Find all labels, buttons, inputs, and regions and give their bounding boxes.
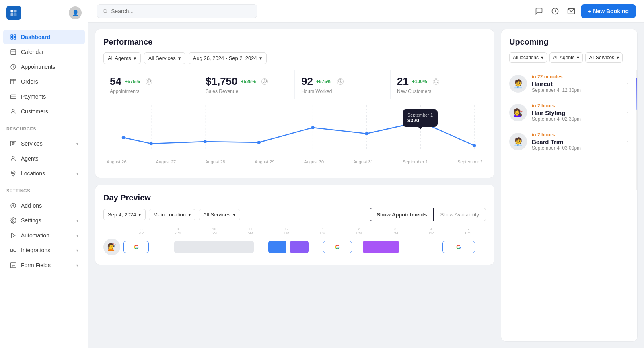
sidebar-item-label: Customers bbox=[21, 108, 48, 115]
sidebar: 👤 Dashboard Calendar Appointments Orders bbox=[0, 0, 88, 348]
arrow-right-icon: → bbox=[623, 138, 629, 145]
services-filter-upcoming[interactable]: All Services ▾ bbox=[585, 52, 623, 63]
svg-point-49 bbox=[149, 142, 153, 145]
dashboard-icon bbox=[10, 33, 17, 41]
sidebar-item-locations[interactable]: Locations ▾ bbox=[3, 166, 85, 181]
chevron-down-icon: ▾ bbox=[134, 55, 136, 61]
info-icon[interactable]: ⓘ bbox=[146, 78, 152, 85]
arrow-right-icon: → bbox=[623, 109, 629, 116]
upcoming-appointment-1[interactable]: 🧑‍💼 in 22 minutes Haircut September 4, 1… bbox=[509, 69, 629, 98]
upcoming-title: Upcoming bbox=[509, 37, 629, 47]
appointment-block-blue[interactable] bbox=[268, 241, 286, 253]
scrollbar-thumb[interactable] bbox=[636, 78, 637, 110]
day-preview-card: Day Preview Sep 4, 2024 ▾ Main Location … bbox=[95, 185, 494, 265]
sidebar-item-payments[interactable]: Payments bbox=[3, 89, 85, 104]
svg-point-51 bbox=[257, 141, 261, 144]
clock-icon[interactable] bbox=[550, 6, 560, 16]
locations-filter[interactable]: All locations ▾ bbox=[509, 52, 547, 63]
appointment-avatar: 🧑‍💼 bbox=[509, 75, 527, 93]
appointment-block-blocked bbox=[174, 241, 254, 253]
appointment-avatar: 💇‍♀️ bbox=[509, 104, 527, 121]
appointment-name: Hair Styling bbox=[532, 109, 618, 116]
new-booking-button[interactable]: + New Booking bbox=[581, 4, 636, 18]
date-filter[interactable]: Aug 26, 2024 - Sep 2, 2024 ▾ bbox=[189, 52, 267, 64]
stats-row: 54 +575% ⓘ Appointments $1,750 +525% ⓘ S… bbox=[103, 70, 486, 99]
chevron-down-icon: ▾ bbox=[617, 55, 619, 60]
appointment-block-google2[interactable] bbox=[323, 241, 352, 253]
svg-rect-7 bbox=[14, 37, 16, 39]
chevron-down-icon: ▾ bbox=[233, 212, 236, 218]
agents-filter-upcoming[interactable]: All Agents ▾ bbox=[549, 52, 583, 63]
appointment-name: Haircut bbox=[532, 80, 618, 87]
location-select[interactable]: Main Location ▾ bbox=[149, 209, 195, 220]
sidebar-item-agents[interactable]: Agents bbox=[3, 151, 85, 166]
addons-icon bbox=[10, 202, 17, 209]
svg-rect-8 bbox=[11, 50, 16, 55]
scrollbar-track bbox=[636, 70, 637, 190]
performance-chart: September 1 $320 bbox=[103, 105, 486, 170]
sidebar-item-appointments[interactable]: Appointments bbox=[3, 60, 85, 74]
form-fields-icon bbox=[10, 262, 17, 269]
date-select[interactable]: Sep 4, 2024 ▾ bbox=[103, 209, 146, 220]
svg-point-55 bbox=[473, 144, 476, 147]
chevron-down-icon: ▾ bbox=[178, 55, 181, 61]
svg-rect-0 bbox=[11, 10, 14, 13]
info-icon[interactable]: ⓘ bbox=[337, 78, 344, 85]
sidebar-item-integrations[interactable]: Integrations ▾ bbox=[3, 243, 85, 257]
automation-icon bbox=[10, 232, 17, 239]
chevron-down-icon: ▾ bbox=[259, 55, 262, 61]
timeline: 8AM 9AM 10AM 11AM 12PM 1PM 2PM 3PM 4PM 5… bbox=[103, 227, 486, 257]
stat-hours: 92 +575% ⓘ Hours Worked bbox=[295, 70, 391, 99]
user-avatar[interactable]: 👤 bbox=[69, 6, 82, 19]
agents-filter[interactable]: All Agents ▾ bbox=[103, 52, 141, 64]
appointment-block-google3[interactable] bbox=[442, 241, 475, 253]
sidebar-item-dashboard[interactable]: Dashboard bbox=[3, 30, 85, 44]
sidebar-item-settings[interactable]: Settings ▾ bbox=[3, 213, 85, 228]
chevron-down-icon: ▾ bbox=[76, 263, 78, 268]
info-icon[interactable]: ⓘ bbox=[433, 78, 439, 85]
show-availability-button[interactable]: Show Availability bbox=[434, 208, 486, 221]
stat-customers: 21 +100% ⓘ New Customers bbox=[391, 70, 486, 99]
appointment-block-purple[interactable] bbox=[290, 241, 308, 253]
sidebar-item-addons[interactable]: Add-ons bbox=[3, 198, 85, 213]
sidebar-item-customers[interactable]: Customers bbox=[3, 104, 85, 119]
settings-section-label: SETTINGS bbox=[0, 184, 88, 195]
timeline-row: 💇 bbox=[103, 237, 486, 257]
svg-point-48 bbox=[122, 136, 126, 139]
svg-point-53 bbox=[365, 132, 368, 135]
svg-point-23 bbox=[12, 156, 14, 159]
main-area: + New Booking Performance All Agents ▾ A… bbox=[88, 0, 644, 348]
info-icon[interactable]: ⓘ bbox=[261, 78, 268, 85]
resources-nav: Services ▾ Agents Locations ▾ bbox=[0, 133, 88, 184]
sidebar-item-orders[interactable]: Orders bbox=[3, 74, 85, 89]
mail-icon[interactable] bbox=[566, 6, 576, 16]
main-nav: Dashboard Calendar Appointments Orders P… bbox=[0, 26, 88, 122]
integrations-icon bbox=[10, 247, 17, 254]
services-select[interactable]: All Services ▾ bbox=[199, 209, 240, 220]
svg-rect-31 bbox=[14, 249, 16, 252]
messages-icon[interactable] bbox=[534, 6, 544, 16]
services-filter[interactable]: All Services ▾ bbox=[144, 52, 185, 64]
upcoming-appointment-2[interactable]: 💇‍♀️ in 2 hours Hair Styling September 4… bbox=[509, 98, 629, 127]
chart-x-labels: August 26 August 27 August 28 August 29 … bbox=[103, 159, 486, 164]
chevron-down-icon: ▾ bbox=[76, 233, 78, 238]
show-appointments-button[interactable]: Show Appointments bbox=[370, 208, 434, 221]
appointment-block-purple2[interactable] bbox=[363, 241, 399, 253]
sidebar-item-calendar[interactable]: Calendar bbox=[3, 45, 85, 59]
sidebar-item-label: Services bbox=[21, 140, 43, 147]
sidebar-item-automation[interactable]: Automation ▾ bbox=[3, 228, 85, 243]
search-input[interactable] bbox=[111, 8, 251, 14]
payments-icon bbox=[10, 93, 17, 100]
resources-section-label: RESOURCES bbox=[0, 122, 88, 133]
chevron-down-icon: ▾ bbox=[541, 55, 543, 60]
sidebar-item-form-fields[interactable]: Form Fields ▾ bbox=[3, 258, 85, 272]
upcoming-appointment-3[interactable]: 🧑‍💼 in 2 hours Beard Trim September 4, 0… bbox=[509, 127, 629, 156]
appointment-info: in 2 hours Beard Trim September 4, 03:00… bbox=[532, 132, 618, 151]
search-icon bbox=[103, 8, 108, 14]
appointment-block-google1[interactable] bbox=[123, 241, 149, 253]
chevron-down-icon: ▾ bbox=[577, 55, 579, 60]
search-bar[interactable] bbox=[97, 4, 257, 18]
sidebar-item-services[interactable]: Services ▾ bbox=[3, 136, 85, 151]
chevron-down-icon: ▾ bbox=[76, 142, 78, 146]
upcoming-filters: All locations ▾ All Agents ▾ All Service… bbox=[509, 52, 629, 63]
